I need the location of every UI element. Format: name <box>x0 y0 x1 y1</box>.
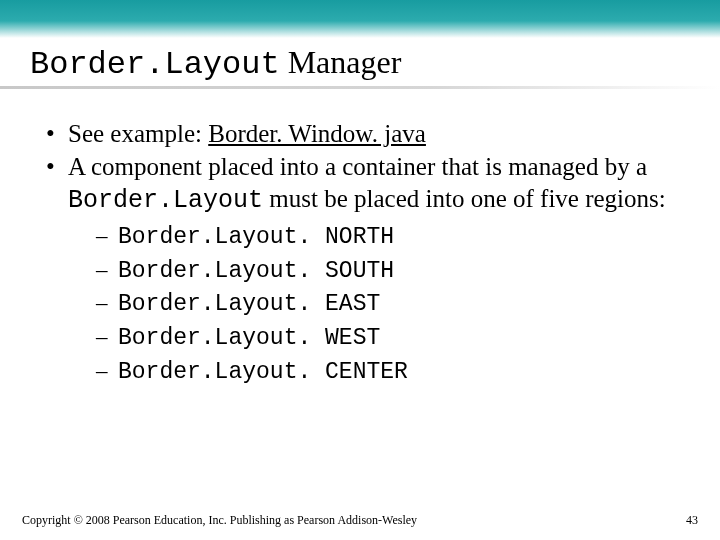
bullet1-prefix: See example: <box>68 120 208 147</box>
bullet2-code: Border.Layout <box>68 186 263 215</box>
bullet2-part2: must be placed into one of five regions: <box>263 185 666 212</box>
region-item: Border.Layout. NORTH <box>96 222 676 252</box>
bullet2-part1: A component placed into a container that… <box>68 153 647 180</box>
region-code: Border.Layout. NORTH <box>118 224 394 250</box>
bullet-list: See example: Border. Window. java A comp… <box>44 118 676 387</box>
slide: Border.Layout Manager See example: Borde… <box>0 0 720 540</box>
page-number: 43 <box>686 513 698 528</box>
copyright-text: Copyright © 2008 Pearson Education, Inc.… <box>22 513 417 528</box>
region-item: Border.Layout. SOUTH <box>96 256 676 286</box>
title-text-part: Manager <box>280 44 402 80</box>
region-item: Border.Layout. CENTER <box>96 357 676 387</box>
region-item: Border.Layout. EAST <box>96 289 676 319</box>
region-item: Border.Layout. WEST <box>96 323 676 353</box>
bullet-item-2: A component placed into a container that… <box>44 151 676 386</box>
region-code: Border.Layout. EAST <box>118 291 380 317</box>
region-list: Border.Layout. NORTH Border.Layout. SOUT… <box>68 222 676 387</box>
example-link[interactable]: Border. Window. java <box>208 120 426 147</box>
footer: Copyright © 2008 Pearson Education, Inc.… <box>22 513 698 528</box>
title-code-part: Border.Layout <box>30 46 280 83</box>
header-gradient <box>0 0 720 38</box>
region-code: Border.Layout. WEST <box>118 325 380 351</box>
region-code: Border.Layout. SOUTH <box>118 258 394 284</box>
content-area: See example: Border. Window. java A comp… <box>44 118 676 391</box>
region-code: Border.Layout. CENTER <box>118 359 408 385</box>
bullet-item-1: See example: Border. Window. java <box>44 118 676 149</box>
title-underline <box>0 86 720 89</box>
slide-title: Border.Layout Manager <box>30 44 401 83</box>
